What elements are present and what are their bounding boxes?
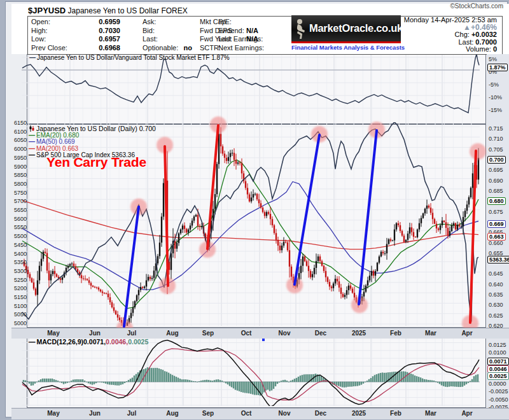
- quote-value: no: [184, 44, 192, 52]
- main-left-axis: 6150610060506000595059005850580057505700…: [11, 124, 27, 328]
- quote-row: High:0.7030: [31, 27, 120, 36]
- quote-label: Optionable:: [143, 44, 178, 52]
- month-label: Nov: [270, 330, 298, 337]
- month-label: Nov: [270, 410, 298, 417]
- legend-row: Japanese Yen to US Dollar (Daily) 0.700: [29, 125, 156, 132]
- legend-swatch: —: [29, 339, 36, 346]
- axis-current-value-box: 0.669: [487, 220, 506, 228]
- axis-tick-label: 0.645: [489, 270, 503, 277]
- month-label: Feb: [382, 410, 410, 417]
- legend-row: —MA(50) 0.669: [29, 139, 156, 146]
- quote-value: 0.6968: [99, 44, 120, 52]
- yen-carry-trade-annotation: Yen Carry Trade: [46, 155, 146, 170]
- main-legend: Japanese Yen to US Dollar (Daily) 0.700—…: [29, 125, 156, 159]
- macd-legend-value: 0.0025: [128, 339, 148, 346]
- chart-card: ©StockCharts.com $JPYUSD Japanese Yen to…: [5, 1, 508, 417]
- month-label: Oct: [232, 410, 260, 417]
- month-label: Aug: [158, 330, 186, 337]
- axis-tick-label: 0.675: [489, 209, 503, 215]
- axis-tick-label: 0.640: [489, 281, 503, 288]
- axis-current-value-box: 0.663: [487, 233, 506, 241]
- legend-swatch: —: [29, 139, 35, 146]
- ratio-line-swatch: —: [29, 54, 36, 61]
- macd-right-axis: 0.01250.01000.0000-0.0025-0.0050-0.00750…: [487, 338, 509, 408]
- quote-label: Bid:: [143, 27, 155, 34]
- left-axis-tick-label: 5250: [11, 277, 27, 283]
- status-block: Monday 14-Apr-2025 2:53 am ▲+0.46% Chg: …: [404, 17, 497, 53]
- legend-swatch: —: [29, 152, 35, 159]
- symbol: $JPYUSD: [28, 6, 66, 15]
- ratio-legend-label: Japanese Yen to US Dollar/Vanguard Total…: [37, 54, 230, 61]
- month-label: Jul: [118, 330, 146, 337]
- axis-tick-label: 0.715: [489, 125, 503, 132]
- month-label: Jul: [118, 410, 146, 417]
- left-axis-tick-label: 5750: [11, 190, 27, 196]
- axis-tick-label: 0.695: [489, 167, 503, 173]
- quote-value: 0.7030: [99, 27, 120, 34]
- quote-row: Optionable:no: [143, 44, 192, 53]
- axis-tick-label: 0.690: [489, 178, 503, 184]
- month-label: Apr: [453, 330, 481, 337]
- quote-column-prices: Open:0.6959High:0.7030Low:0.6957Prev Clo…: [31, 18, 120, 52]
- quote-row: Open:0.6959: [31, 18, 120, 27]
- month-label: 2025: [345, 330, 373, 337]
- axis-tick-label: 0.710: [489, 136, 503, 142]
- quote-box: Open:0.6959High:0.7030Low:0.6957Prev Clo…: [27, 16, 503, 55]
- left-axis-tick-label: 5550: [11, 224, 27, 230]
- macd-legend-value: 0.0046,: [106, 339, 128, 346]
- quote-column-bidask: Ask:Bid:Last:Optionable:no: [143, 18, 192, 52]
- month-label: Sep: [194, 330, 222, 337]
- left-axis-tick-label: 5850: [11, 172, 27, 178]
- candlestick-icon: [29, 125, 35, 132]
- left-axis-tick-label: 5950: [11, 155, 27, 161]
- macd-panel-plot: [27, 338, 486, 408]
- axis-tick-label: 0.685: [489, 188, 503, 194]
- left-axis-tick-label: 5800: [11, 181, 27, 187]
- quote-row: Prev Close:0.6968: [31, 44, 120, 53]
- left-axis-tick-label: 5900: [11, 164, 27, 170]
- date-axis-middle: MayJunJulAugSepOctNovDec2025FebMarApr: [11, 328, 509, 339]
- month-label: Mar: [417, 410, 445, 417]
- month-label: 2025: [345, 410, 373, 417]
- logo-text: MarketOracle.co.uk: [309, 22, 403, 34]
- legend-label: MA(50) 0.669: [36, 139, 75, 146]
- left-axis-tick-label: 6150: [11, 120, 27, 126]
- macd-legend: —MACD(12,26,9) 0.0071, 0.0046, 0.0025: [29, 339, 148, 346]
- month-label: Feb: [382, 330, 410, 337]
- month-label: Sep: [194, 410, 222, 417]
- left-axis-tick-label: 6000: [11, 146, 27, 152]
- logo-tagline: Financial Markets Analysis & Forecasts: [291, 44, 401, 51]
- left-axis-tick-label: 5100: [11, 303, 27, 309]
- quote-value: 0.6959: [99, 18, 120, 25]
- quote-label: EPS:: [218, 27, 234, 34]
- axis-current-value-box: 0.700: [487, 156, 506, 164]
- left-axis-tick-label: 5700: [11, 198, 27, 204]
- quote-label: Last:: [143, 35, 158, 43]
- left-axis-tick-label: 5050: [11, 311, 27, 318]
- axis-tick-label: -5%: [489, 81, 499, 88]
- quote-row: P/E:: [218, 18, 288, 27]
- quote-row: Last:: [143, 35, 192, 44]
- left-axis-tick-label: 5400: [11, 251, 27, 257]
- quote-header: $JPYUSD Japanese Yen to US Dollar FOREX …: [11, 4, 509, 54]
- month-label: Mar: [417, 330, 445, 337]
- ratio-right-axis: 5%0%-5%-10%-15%1.87%: [487, 54, 509, 124]
- month-label: Oct: [232, 330, 260, 337]
- axis-current-value-box: 5363.36: [487, 256, 509, 263]
- symbol-name: Japanese Yen to US Dollar: [68, 6, 159, 15]
- marketoracle-logo[interactable]: MarketOracle.co.uk: [291, 15, 401, 43]
- symbol-exchange: FOREX: [161, 6, 187, 15]
- quote-row: Ask:: [143, 18, 192, 27]
- axis-current-value-box: 0.680: [487, 197, 506, 205]
- quote-row: Low:0.6957: [31, 35, 120, 44]
- left-axis-tick-label: 5600: [11, 216, 27, 222]
- axis-tick-label: 0.0000: [489, 381, 506, 387]
- symbol-title: $JPYUSD Japanese Yen to US Dollar FOREX: [28, 6, 188, 15]
- month-label: Apr: [453, 410, 481, 417]
- axis-tick-label: 5%: [489, 56, 497, 62]
- quote-row: Next Earnings:: [218, 44, 288, 53]
- ratio-legend: —Japanese Yen to US Dollar/Vanguard Tota…: [29, 55, 230, 62]
- date-axis-bottom: MayJunJulAugSepOctNovDec2025FebMarApr: [11, 408, 509, 419]
- axis-tick-label: -0.0050: [489, 396, 508, 403]
- quote-row: Bid:: [143, 27, 192, 36]
